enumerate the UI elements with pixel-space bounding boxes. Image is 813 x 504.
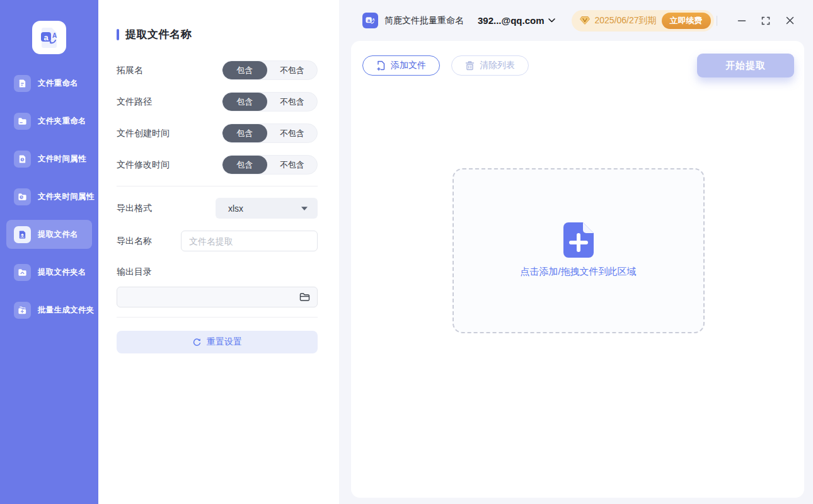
refresh-icon <box>192 338 202 347</box>
trash-icon <box>465 60 475 71</box>
minimize-button[interactable] <box>732 11 751 30</box>
folder-open-icon <box>299 292 310 302</box>
sidebar-item-label: 文件夹时间属性 <box>38 192 95 202</box>
toggle-exclude-option[interactable]: 不包含 <box>267 61 317 79</box>
toggle-exclude-option[interactable]: 不包含 <box>267 93 317 111</box>
titlebar-divider <box>717 16 717 26</box>
folder-clock-icon <box>14 188 31 205</box>
divider <box>117 186 318 186</box>
app-logo: a A <box>32 21 66 54</box>
folder-icon <box>14 113 31 130</box>
add-file-button[interactable]: 添加文件 <box>362 55 440 76</box>
include-toggle: 包含 不包含 <box>222 155 318 175</box>
start-extract-button[interactable]: 开始提取 <box>697 54 794 77</box>
form-label: 文件路径 <box>117 96 152 108</box>
vip-diamond-icon <box>580 16 590 25</box>
svg-text:a: a <box>43 32 49 42</box>
sidebar-item-extract-foldername[interactable]: 提取文件夹名 <box>6 258 92 287</box>
include-toggle: 包含 不包含 <box>222 92 318 112</box>
export-name-row: 导出名称 <box>117 231 318 251</box>
sidebar-item-batch-create-folders[interactable]: 批量生成文件夹 <box>6 295 92 324</box>
maximize-button[interactable] <box>756 11 775 30</box>
reset-settings-button[interactable]: 重置设置 <box>117 331 318 353</box>
dropdown-arrow-icon <box>301 206 308 211</box>
form-label: 导出格式 <box>117 203 152 214</box>
file-upload-icon <box>14 226 31 243</box>
output-dir-label: 输出目录 <box>117 266 318 278</box>
form-label: 导出名称 <box>117 236 152 247</box>
title-accent-bar <box>117 29 119 40</box>
browse-folder-button[interactable] <box>299 292 310 302</box>
sidebar-item-label: 批量生成文件夹 <box>38 305 95 316</box>
maximize-icon <box>761 16 770 25</box>
toggle-include-option[interactable]: 包含 <box>222 124 267 142</box>
renew-button[interactable]: 立即续费 <box>662 13 711 29</box>
folder-up-icon <box>14 264 31 281</box>
file-dropzone[interactable]: 点击添加/拖拽文件到此区域 <box>453 168 705 333</box>
form-label: 拓展名 <box>117 65 143 76</box>
sidebar-item-label: 文件夹重命名 <box>38 116 86 127</box>
file-icon <box>14 75 31 92</box>
export-format-select[interactable]: xlsx <box>216 198 318 219</box>
sidebar-item-file-time[interactable]: 文件时间属性 <box>6 144 92 173</box>
license-badge: 2025/06/27到期 立即续费 <box>572 10 714 32</box>
sidebar-item-extract-filename[interactable]: 提取文件名 <box>6 220 92 249</box>
include-toggle: 包含 不包含 <box>222 60 318 80</box>
toggle-include-option[interactable]: 包含 <box>222 61 267 79</box>
sidebar-item-label: 提取文件名 <box>38 229 78 240</box>
file-list-card: 添加文件 清除列表 开始提取 点击添加/拖拽文件到此区域 <box>351 41 804 498</box>
clear-list-button[interactable]: 清除列表 <box>451 55 529 76</box>
form-label: 文件修改时间 <box>117 159 170 171</box>
sidebar-item-folder-time[interactable]: 文件夹时间属性 <box>6 182 92 211</box>
app-logo-small: aA <box>362 13 378 28</box>
sidebar-item-label: 文件重命名 <box>38 78 78 89</box>
dropzone-hint: 点击添加/拖拽文件到此区域 <box>520 266 636 278</box>
include-toggle: 包含 不包含 <box>222 123 318 143</box>
settings-panel: 提取文件名称 拓展名 包含 不包含 文件路径 包含 不包含 文件创建时间 包含 … <box>98 0 339 504</box>
close-icon <box>786 16 794 25</box>
toggle-row-filepath: 文件路径 包含 不包含 <box>117 92 318 112</box>
account-dropdown[interactable]: 392...@qq.com <box>478 15 555 26</box>
app-title: 简鹿文件批量重命名 <box>384 15 464 26</box>
chevron-down-icon <box>548 18 555 23</box>
clear-list-label: 清除列表 <box>480 60 515 71</box>
sidebar-nav: 文件重命名 文件夹重命名 文件时间属性 文件夹时间属性 提取文件名 <box>0 64 98 329</box>
folder-plus-icon <box>14 302 31 319</box>
panel-title-text: 提取文件名称 <box>125 27 192 42</box>
sidebar: a A 文件重命名 文件夹重命名 文件时间属性 <box>0 0 98 504</box>
form-label: 文件创建时间 <box>117 128 170 139</box>
toggle-row-extension: 拓展名 包含 不包含 <box>117 60 318 80</box>
sidebar-item-label: 提取文件夹名 <box>38 267 86 278</box>
select-value: xlsx <box>228 203 243 214</box>
license-expiry-text: 2025/06/27到期 <box>595 15 657 26</box>
sidebar-item-label: 文件时间属性 <box>38 154 86 164</box>
svg-text:A: A <box>52 32 57 39</box>
minimize-icon <box>737 16 746 25</box>
export-format-row: 导出格式 xlsx <box>117 198 318 219</box>
sidebar-item-file-rename[interactable]: 文件重命名 <box>6 69 92 98</box>
account-email: 392...@qq.com <box>478 15 545 26</box>
svg-text:a: a <box>367 18 371 23</box>
file-plus-icon <box>563 222 594 258</box>
panel-title: 提取文件名称 <box>117 27 318 42</box>
titlebar: aA 简鹿文件批量重命名 392...@qq.com 2025/06/27到期 … <box>339 0 813 41</box>
close-button[interactable] <box>780 11 799 30</box>
file-clock-icon <box>14 151 31 168</box>
toggle-include-option[interactable]: 包含 <box>222 93 267 111</box>
file-add-icon <box>376 60 386 71</box>
toggle-include-option[interactable]: 包含 <box>222 156 267 174</box>
svg-text:A: A <box>372 18 374 21</box>
sidebar-item-folder-rename[interactable]: 文件夹重命名 <box>6 106 92 135</box>
divider <box>117 317 318 318</box>
export-name-input[interactable] <box>181 231 318 251</box>
add-file-label: 添加文件 <box>391 60 426 71</box>
output-dir-input[interactable] <box>117 287 318 307</box>
toggle-exclude-option[interactable]: 不包含 <box>267 124 317 142</box>
toggle-exclude-option[interactable]: 不包含 <box>267 156 317 174</box>
rename-logo-icon: a A <box>37 26 61 50</box>
workspace: aA 简鹿文件批量重命名 392...@qq.com 2025/06/27到期 … <box>339 0 813 504</box>
toggle-row-created-time: 文件创建时间 包含 不包含 <box>117 123 318 143</box>
reset-label: 重置设置 <box>207 336 242 348</box>
toggle-row-modified-time: 文件修改时间 包含 不包含 <box>117 155 318 175</box>
